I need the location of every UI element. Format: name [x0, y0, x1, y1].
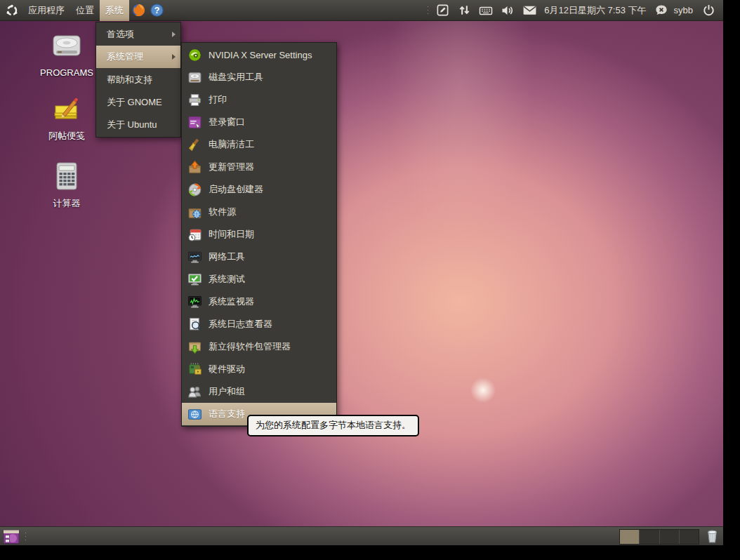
synaptic-icon	[187, 340, 202, 354]
update-manager-icon	[187, 160, 202, 175]
workspace-3[interactable]	[660, 530, 680, 544]
menu-item-login-window[interactable]: 登录窗口	[182, 111, 336, 133]
menu-item-label: 软件源	[209, 206, 236, 218]
menu-item-about-gnome[interactable]: 关于 GNOME	[96, 91, 180, 114]
menu-item-label: 时间和日期	[209, 228, 254, 241]
show-desktop-button[interactable]	[3, 528, 20, 545]
menu-item-label: 系统管理	[107, 51, 143, 63]
network-arrows-icon[interactable]	[456, 3, 472, 18]
menu-applications[interactable]: 应用程序	[22, 0, 70, 21]
trash-icon[interactable]	[704, 528, 720, 545]
menu-item-label: 语言支持	[209, 408, 245, 420]
menu-item-startup-disk-creator[interactable]: 启动盘创建器	[182, 178, 336, 201]
menu-item-hardware-drivers[interactable]: 硬件驱动	[182, 358, 336, 380]
clock[interactable]: 6月12日星期六 7:53 下午	[542, 4, 648, 17]
menu-item-software-sources[interactable]: 软件源	[182, 201, 336, 223]
administration-submenu: NVIDIA X Server Settings 磁盘实用工具	[181, 42, 337, 427]
top-panel: 应用程序 位置 系统 ?	[0, 0, 723, 21]
hardware-drivers-icon	[187, 362, 202, 377]
workspace-1[interactable]	[620, 530, 640, 544]
users-groups-icon	[187, 385, 202, 399]
menu-item-label: 用户和组	[209, 385, 245, 398]
menu-item-time-date[interactable]: 时间和日期	[182, 223, 336, 246]
notes-indicator-icon[interactable]	[435, 3, 450, 18]
workspace-4[interactable]	[680, 530, 699, 544]
volume-icon[interactable]	[500, 3, 515, 18]
printer-icon	[187, 93, 202, 107]
menu-item-label: 系统日志查看器	[209, 318, 272, 331]
menu-item-update-manager[interactable]: 更新管理器	[182, 156, 336, 178]
menu-item-label: 硬件驱动	[209, 363, 245, 375]
menu-item-users-groups[interactable]: 用户和组	[182, 380, 336, 403]
submenu-arrow-icon	[172, 32, 176, 37]
menu-item-label: 打印	[209, 93, 227, 106]
menu-item-label: 帮助和支持	[107, 74, 152, 86]
workspace-switcher	[619, 529, 699, 545]
power-icon[interactable]	[701, 3, 716, 18]
system-testing-icon	[187, 272, 202, 287]
tray-grip[interactable]	[426, 5, 430, 16]
desktop-icon-label: 计算器	[53, 197, 81, 210]
window-list-grip[interactable]	[24, 531, 27, 542]
menu-item-label: 关于 Ubuntu	[107, 119, 157, 131]
menu-item-help-support[interactable]: 帮助和支持	[96, 68, 180, 91]
desktop-icon-calculator[interactable]: 计算器	[34, 159, 100, 210]
offline-status-icon[interactable]	[654, 3, 669, 18]
network-tools-icon	[187, 250, 202, 265]
help-icon[interactable]: ?	[149, 3, 164, 18]
language-support-icon	[187, 407, 202, 422]
menu-system[interactable]: 系统	[100, 0, 129, 21]
bottom-panel	[0, 526, 723, 545]
computer-janitor-icon	[187, 138, 202, 152]
calculator-icon	[50, 159, 84, 195]
menu-item-administration[interactable]: 系统管理	[96, 46, 180, 68]
menu-item-log-viewer[interactable]: 系统日志查看器	[182, 313, 336, 335]
disk-utility-icon	[187, 70, 202, 85]
submenu-arrow-icon	[172, 54, 176, 60]
svg-text:?: ?	[154, 6, 159, 15]
system-monitor-icon	[187, 295, 202, 309]
menu-item-label: 新立得软件包管理器	[209, 340, 291, 353]
menu-item-label: 系统监视器	[209, 295, 254, 308]
workspace-2[interactable]	[640, 530, 659, 544]
desktop-icon-sticky-notes[interactable]: 阿帖便笺	[34, 92, 100, 142]
desktop-icon-label: PROGRAMS	[40, 67, 93, 78]
startup-disk-creator-icon	[187, 182, 202, 197]
system-tray: 6月12日星期六 7:53 下午 sybb	[426, 3, 723, 18]
username[interactable]: sybb	[674, 5, 696, 15]
menu-item-system-testing[interactable]: 系统测试	[182, 268, 336, 291]
menu-item-system-monitor[interactable]: 系统监视器	[182, 291, 336, 313]
menu-item-printing[interactable]: 打印	[182, 88, 336, 111]
menu-item-disk-utility[interactable]: 磁盘实用工具	[182, 66, 336, 88]
login-window-icon	[187, 115, 202, 130]
menu-item-network-tools[interactable]: 网络工具	[182, 246, 336, 268]
menu-item-computer-janitor[interactable]: 电脑清洁工	[182, 133, 336, 156]
harddrive-icon	[50, 29, 84, 65]
desktop-icon-label: 阿帖便笺	[48, 130, 85, 142]
log-viewer-icon	[187, 317, 202, 332]
desktop-icon-programs[interactable]: PROGRAMS	[34, 29, 100, 78]
system-menu: 首选项 系统管理 帮助和支持 关于 GNOME 关于 Ubuntu	[95, 22, 181, 138]
menu-item-label: 首选项	[107, 28, 134, 41]
menu-item-preferences[interactable]: 首选项	[96, 23, 180, 46]
menu-places[interactable]: 位置	[70, 0, 100, 21]
menu-item-label: NVIDIA X Server Settings	[209, 50, 312, 60]
menu-item-label: 电脑清洁工	[209, 138, 254, 151]
mail-indicator-icon[interactable]	[522, 3, 537, 18]
menu-item-label: 系统测试	[209, 273, 245, 286]
menu-item-nvidia-settings[interactable]: NVIDIA X Server Settings	[182, 44, 336, 66]
software-sources-icon	[187, 205, 202, 220]
desktop-screen: 应用程序 位置 系统 ?	[0, 0, 723, 545]
keyboard-indicator-icon[interactable]	[478, 3, 494, 18]
ubuntu-logo-icon[interactable]	[4, 3, 20, 18]
menu-item-synaptic[interactable]: 新立得软件包管理器	[182, 335, 336, 358]
menu-tooltip: 为您的系统配置多字节本地语言支持。	[247, 415, 419, 436]
menu-item-label: 启动盘创建器	[209, 183, 263, 196]
firefox-icon[interactable]	[131, 3, 146, 18]
menu-item-label: 更新管理器	[209, 161, 254, 173]
menu-item-label: 关于 GNOME	[107, 96, 162, 109]
time-date-icon	[187, 227, 202, 242]
menu-item-label: 磁盘实用工具	[209, 71, 263, 84]
menu-item-about-ubuntu[interactable]: 关于 Ubuntu	[96, 114, 180, 136]
menu-item-label: 登录窗口	[209, 116, 245, 128]
